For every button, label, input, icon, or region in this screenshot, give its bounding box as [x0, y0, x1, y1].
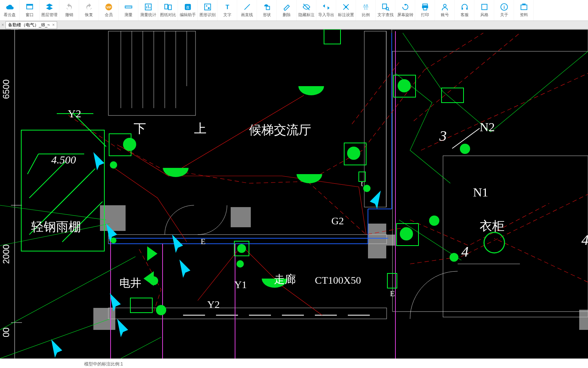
- tool-redo[interactable]: 恢复: [79, 0, 99, 21]
- svg-point-104: [363, 185, 371, 192]
- label-canopy: 轻钢雨棚: [31, 220, 81, 233]
- tool-shape-rec[interactable]: 图形识别: [198, 0, 217, 21]
- label-n1: N1: [473, 185, 488, 199]
- svg-text:1:1: 1:1: [364, 7, 367, 10]
- svg-rect-34: [522, 4, 525, 5]
- eraser-icon: [283, 3, 291, 11]
- label-y2-top: Y2: [68, 107, 81, 119]
- marksetting-icon: [342, 3, 350, 11]
- toolbar: 看云盘 窗口 图层管理 撤销 恢复 VIP会员 测量 测量统计 图纸对比 改编辑…: [0, 0, 588, 21]
- svg-rect-54: [364, 31, 386, 207]
- svg-line-23: [388, 10, 389, 11]
- svg-point-110: [111, 238, 116, 243]
- svg-line-14: [244, 4, 250, 10]
- svg-text:改: 改: [186, 5, 190, 9]
- label-stair-down: 下: [134, 122, 146, 135]
- tool-undo[interactable]: 撤销: [59, 0, 79, 21]
- text-icon: T: [223, 3, 231, 11]
- user-icon: [441, 3, 449, 11]
- tool-find-text[interactable]: 文字查找: [376, 0, 395, 21]
- svg-rect-58: [392, 29, 588, 51]
- undo-icon: [65, 3, 73, 11]
- shape-icon: [263, 3, 271, 11]
- svg-rect-84: [324, 29, 340, 44]
- ratio-icon: A:B1:1: [362, 3, 370, 11]
- close-all-icon[interactable]: ×: [0, 22, 5, 27]
- tool-layers[interactable]: 图层管理: [40, 0, 59, 21]
- svg-rect-30: [481, 4, 487, 10]
- tool-vip[interactable]: VIP会员: [99, 0, 119, 21]
- redo-icon: [85, 3, 93, 11]
- cad-canvas[interactable]: 6500 2000 00: [0, 29, 588, 358]
- svg-point-113: [484, 232, 505, 253]
- label-t: t: [361, 180, 363, 188]
- tool-text[interactable]: T文字: [217, 0, 237, 21]
- tab-close-icon[interactable]: ×: [52, 22, 55, 27]
- svg-point-99: [123, 138, 136, 151]
- svg-point-106: [429, 216, 439, 226]
- tool-edit-helper[interactable]: 改编辑助手: [178, 0, 198, 21]
- svg-text:A:B: A:B: [364, 4, 368, 7]
- svg-rect-41: [231, 207, 251, 227]
- svg-line-90: [29, 161, 66, 198]
- tool-measure[interactable]: 测量: [119, 0, 138, 21]
- hide-icon: [302, 3, 310, 11]
- vip-icon: VIP: [105, 3, 113, 11]
- label-e1: E: [201, 237, 205, 246]
- info-icon: i: [500, 3, 508, 11]
- cloud-icon: [6, 3, 14, 11]
- label-n2: N2: [480, 120, 495, 134]
- stat-icon: [144, 3, 152, 11]
- label-hall: 候梯交流厅: [249, 123, 311, 137]
- tool-about[interactable]: i关于: [494, 0, 514, 21]
- tool-cloud[interactable]: 看云盘: [0, 0, 20, 21]
- edit-icon: 改: [184, 3, 192, 11]
- label-ct: CT100X50: [315, 275, 361, 286]
- tool-hide-mark[interactable]: 隐藏标注: [297, 0, 316, 21]
- label-three: 3: [439, 128, 447, 144]
- svg-rect-61: [443, 156, 588, 317]
- cad-svg: 6500 2000 00: [0, 29, 588, 358]
- tool-shape[interactable]: 形状: [257, 0, 277, 21]
- svg-point-107: [450, 253, 458, 262]
- print-icon: [421, 3, 429, 11]
- tool-delete[interactable]: 删除: [277, 0, 297, 21]
- layers-icon: [45, 3, 53, 11]
- dim-00: 00: [1, 327, 11, 337]
- label-g2: G2: [331, 215, 344, 227]
- svg-rect-4: [125, 6, 131, 8]
- tool-account[interactable]: 账号: [435, 0, 455, 21]
- svg-rect-46: [108, 31, 196, 115]
- window-icon: [26, 3, 34, 11]
- svg-rect-29: [466, 8, 468, 10]
- svg-rect-15: [266, 6, 269, 10]
- tool-ratio[interactable]: A:B1:1比例: [356, 0, 376, 21]
- tool-mark-set[interactable]: 标注设置: [336, 0, 356, 21]
- svg-rect-43: [386, 235, 395, 246]
- svg-rect-26: [423, 8, 427, 10]
- tool-rotate[interactable]: 屏幕旋转: [395, 0, 415, 21]
- headset-icon: [461, 3, 469, 11]
- recognize-icon: [204, 3, 212, 11]
- label-stair-up: 上: [194, 122, 206, 135]
- tool-style[interactable]: 风格: [475, 0, 494, 21]
- tool-resource[interactable]: 资料: [514, 0, 534, 21]
- tool-line[interactable]: 画直线: [237, 0, 257, 21]
- tool-window[interactable]: 窗口: [20, 0, 40, 21]
- tool-compare[interactable]: 图纸对比: [158, 0, 178, 21]
- svg-rect-28: [461, 8, 463, 10]
- svg-point-108: [237, 244, 246, 253]
- svg-rect-33: [521, 5, 527, 10]
- tab-title: 备勤楼（电气）_t8_~: [8, 22, 50, 28]
- label-y2-bot: Y2: [207, 299, 220, 310]
- svg-rect-57: [108, 308, 387, 319]
- tool-support[interactable]: 客服: [455, 0, 475, 21]
- status-bar: 模型中的标注比例:1: [0, 358, 588, 368]
- svg-text:T: T: [225, 4, 229, 10]
- file-tab[interactable]: 备勤楼（电气）_t8_~ ×: [5, 21, 57, 29]
- tool-print[interactable]: 打印: [415, 0, 435, 21]
- label-four-right: 4: [581, 232, 588, 248]
- label-corridor: 走廊: [274, 273, 296, 285]
- tool-import-export[interactable]: 导入导出: [316, 0, 336, 21]
- tool-measure-stat[interactable]: 测量统计: [138, 0, 158, 21]
